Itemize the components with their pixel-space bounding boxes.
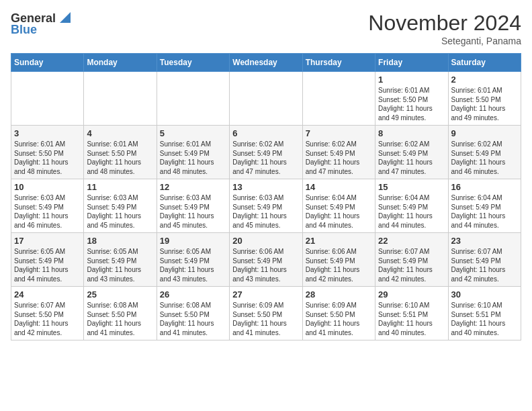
day-info: Sunrise: 6:07 AM Sunset: 5:49 PM Dayligh…	[378, 247, 445, 283]
calendar-cell	[11, 72, 84, 126]
day-info: Sunrise: 6:07 AM Sunset: 5:49 PM Dayligh…	[451, 247, 518, 283]
day-number: 10	[14, 182, 81, 192]
day-info: Sunrise: 6:04 AM Sunset: 5:49 PM Dayligh…	[451, 193, 518, 230]
calendar-cell: 12Sunrise: 6:03 AM Sunset: 5:49 PM Dayli…	[157, 179, 229, 233]
calendar-cell	[302, 72, 375, 126]
title-block: November 2024 Seteganti, Panama	[368, 11, 521, 46]
calendar-cell: 18Sunrise: 6:05 AM Sunset: 5:49 PM Dayli…	[84, 233, 157, 287]
calendar-cell: 23Sunrise: 6:07 AM Sunset: 5:49 PM Dayli…	[448, 233, 521, 287]
calendar-cell: 6Sunrise: 6:02 AM Sunset: 5:49 PM Daylig…	[230, 126, 302, 179]
calendar-week-row: 24Sunrise: 6:07 AM Sunset: 5:50 PM Dayli…	[11, 287, 521, 340]
day-info: Sunrise: 6:01 AM Sunset: 5:49 PM Dayligh…	[160, 140, 226, 176]
calendar-week-row: 3Sunrise: 6:01 AM Sunset: 5:50 PM Daylig…	[11, 126, 521, 179]
day-info: Sunrise: 6:06 AM Sunset: 5:49 PM Dayligh…	[232, 247, 299, 283]
calendar-table: SundayMondayTuesdayWednesdayThursdayFrid…	[11, 53, 521, 340]
day-number: 1	[378, 75, 445, 85]
day-info: Sunrise: 6:06 AM Sunset: 5:49 PM Dayligh…	[306, 247, 372, 283]
day-info: Sunrise: 6:01 AM Sunset: 5:50 PM Dayligh…	[87, 140, 153, 176]
calendar-cell	[230, 72, 302, 126]
day-info: Sunrise: 6:05 AM Sunset: 5:49 PM Dayligh…	[87, 247, 153, 283]
calendar-cell: 25Sunrise: 6:08 AM Sunset: 5:50 PM Dayli…	[84, 287, 157, 340]
day-number: 8	[378, 128, 445, 138]
day-number: 12	[160, 182, 226, 192]
calendar-cell: 26Sunrise: 6:08 AM Sunset: 5:50 PM Dayli…	[157, 287, 229, 340]
day-number: 29	[378, 289, 445, 300]
day-number: 27	[232, 289, 299, 300]
day-number: 24	[14, 289, 81, 300]
calendar-cell: 19Sunrise: 6:05 AM Sunset: 5:49 PM Dayli…	[157, 233, 229, 287]
calendar-cell: 28Sunrise: 6:09 AM Sunset: 5:50 PM Dayli…	[302, 287, 375, 340]
weekday-header: Wednesday	[230, 54, 302, 72]
weekday-header: Saturday	[448, 54, 521, 72]
day-number: 16	[451, 182, 518, 192]
day-number: 15	[378, 182, 445, 192]
calendar-week-row: 17Sunrise: 6:05 AM Sunset: 5:49 PM Dayli…	[11, 233, 521, 287]
calendar-cell: 15Sunrise: 6:04 AM Sunset: 5:49 PM Dayli…	[375, 179, 448, 233]
logo-blue-text: Blue	[11, 23, 37, 37]
svg-marker-0	[60, 12, 71, 23]
logo-icon	[57, 11, 71, 24]
calendar-cell: 9Sunrise: 6:02 AM Sunset: 5:49 PM Daylig…	[448, 126, 521, 179]
day-info: Sunrise: 6:08 AM Sunset: 5:50 PM Dayligh…	[160, 301, 226, 337]
day-info: Sunrise: 6:04 AM Sunset: 5:49 PM Dayligh…	[378, 193, 445, 230]
calendar-cell: 27Sunrise: 6:09 AM Sunset: 5:50 PM Dayli…	[230, 287, 302, 340]
calendar-cell: 13Sunrise: 6:03 AM Sunset: 5:49 PM Dayli…	[230, 179, 302, 233]
calendar-cell: 16Sunrise: 6:04 AM Sunset: 5:49 PM Dayli…	[448, 179, 521, 233]
day-info: Sunrise: 6:03 AM Sunset: 5:49 PM Dayligh…	[232, 193, 299, 230]
day-number: 6	[232, 128, 299, 138]
day-info: Sunrise: 6:03 AM Sunset: 5:49 PM Dayligh…	[87, 193, 153, 230]
weekday-header: Monday	[84, 54, 157, 72]
month-title: November 2024	[368, 11, 521, 36]
day-number: 20	[232, 236, 299, 246]
calendar-cell: 4Sunrise: 6:01 AM Sunset: 5:50 PM Daylig…	[84, 126, 157, 179]
day-info: Sunrise: 6:02 AM Sunset: 5:49 PM Dayligh…	[306, 140, 372, 176]
day-info: Sunrise: 6:01 AM Sunset: 5:50 PM Dayligh…	[451, 86, 518, 122]
day-number: 21	[306, 236, 372, 246]
day-number: 3	[14, 128, 81, 138]
calendar-cell: 7Sunrise: 6:02 AM Sunset: 5:49 PM Daylig…	[302, 126, 375, 179]
day-number: 5	[160, 128, 226, 138]
day-info: Sunrise: 6:02 AM Sunset: 5:49 PM Dayligh…	[451, 140, 518, 176]
day-info: Sunrise: 6:10 AM Sunset: 5:51 PM Dayligh…	[378, 301, 445, 337]
day-number: 7	[306, 128, 372, 138]
day-number: 14	[306, 182, 372, 192]
calendar-week-row: 1Sunrise: 6:01 AM Sunset: 5:50 PM Daylig…	[11, 72, 521, 126]
calendar-cell: 8Sunrise: 6:02 AM Sunset: 5:49 PM Daylig…	[375, 126, 448, 179]
day-number: 18	[87, 236, 153, 246]
weekday-header: Friday	[375, 54, 448, 72]
day-number: 28	[306, 289, 372, 300]
calendar-week-row: 10Sunrise: 6:03 AM Sunset: 5:49 PM Dayli…	[11, 179, 521, 233]
day-info: Sunrise: 6:10 AM Sunset: 5:51 PM Dayligh…	[451, 301, 518, 337]
day-info: Sunrise: 6:01 AM Sunset: 5:50 PM Dayligh…	[378, 86, 445, 122]
day-number: 13	[232, 182, 299, 192]
day-info: Sunrise: 6:07 AM Sunset: 5:50 PM Dayligh…	[14, 301, 81, 337]
day-info: Sunrise: 6:05 AM Sunset: 5:49 PM Dayligh…	[160, 247, 226, 283]
weekday-header: Tuesday	[157, 54, 229, 72]
day-info: Sunrise: 6:08 AM Sunset: 5:50 PM Dayligh…	[87, 301, 153, 337]
weekday-header: Sunday	[11, 54, 84, 72]
day-info: Sunrise: 6:05 AM Sunset: 5:49 PM Dayligh…	[14, 247, 81, 283]
calendar-cell: 30Sunrise: 6:10 AM Sunset: 5:51 PM Dayli…	[448, 287, 521, 340]
day-number: 11	[87, 182, 153, 192]
day-info: Sunrise: 6:02 AM Sunset: 5:49 PM Dayligh…	[232, 140, 299, 176]
day-number: 23	[451, 236, 518, 246]
logo: General Blue	[11, 11, 71, 37]
calendar-cell: 10Sunrise: 6:03 AM Sunset: 5:49 PM Dayli…	[11, 179, 84, 233]
day-info: Sunrise: 6:02 AM Sunset: 5:49 PM Dayligh…	[378, 140, 445, 176]
day-number: 26	[160, 289, 226, 300]
calendar-cell: 29Sunrise: 6:10 AM Sunset: 5:51 PM Dayli…	[375, 287, 448, 340]
calendar-cell: 24Sunrise: 6:07 AM Sunset: 5:50 PM Dayli…	[11, 287, 84, 340]
day-info: Sunrise: 6:01 AM Sunset: 5:50 PM Dayligh…	[14, 140, 81, 176]
day-info: Sunrise: 6:03 AM Sunset: 5:49 PM Dayligh…	[14, 193, 81, 230]
calendar-cell: 14Sunrise: 6:04 AM Sunset: 5:49 PM Dayli…	[302, 179, 375, 233]
day-number: 25	[87, 289, 153, 300]
day-number: 9	[451, 128, 518, 138]
day-info: Sunrise: 6:09 AM Sunset: 5:50 PM Dayligh…	[232, 301, 299, 337]
location: Seteganti, Panama	[368, 36, 521, 46]
calendar-header-row: SundayMondayTuesdayWednesdayThursdayFrid…	[11, 54, 521, 72]
weekday-header: Thursday	[302, 54, 375, 72]
day-number: 30	[451, 289, 518, 300]
calendar-cell: 11Sunrise: 6:03 AM Sunset: 5:49 PM Dayli…	[84, 179, 157, 233]
calendar-cell	[157, 72, 229, 126]
calendar-cell: 17Sunrise: 6:05 AM Sunset: 5:49 PM Dayli…	[11, 233, 84, 287]
